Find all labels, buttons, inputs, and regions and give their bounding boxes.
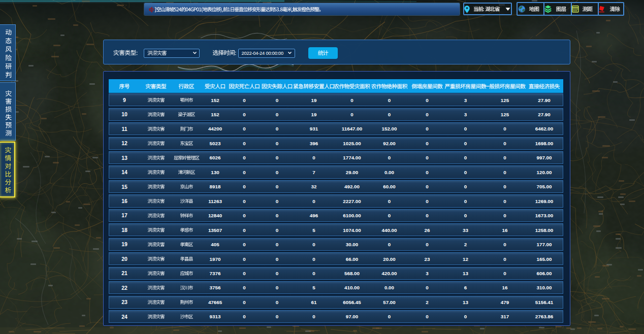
svg-text:8918: 8918: [210, 184, 221, 189]
svg-text:0: 0: [464, 314, 467, 319]
svg-text:3756: 3756: [210, 285, 221, 290]
svg-text:2: 2: [426, 299, 429, 305]
svg-text:9313: 9313: [210, 314, 221, 319]
svg-text:0: 0: [426, 213, 429, 218]
svg-text:165.00: 165.00: [537, 256, 553, 262]
svg-text:0.00: 0.00: [384, 170, 395, 175]
svg-text:0: 0: [388, 213, 391, 218]
svg-text:1673.00: 1673.00: [535, 213, 554, 218]
svg-text:2022-04-24 00:00:00: 2022-04-24 00:00:00: [242, 51, 284, 56]
svg-text:0: 0: [426, 285, 429, 290]
svg-text:496: 496: [310, 213, 318, 218]
svg-text:0: 0: [243, 285, 246, 290]
svg-text:0: 0: [503, 256, 506, 262]
svg-text:21: 21: [121, 270, 127, 276]
svg-text:57.00: 57.00: [383, 299, 396, 305]
svg-text:6056.45: 6056.45: [343, 299, 361, 305]
svg-text:396: 396: [310, 141, 318, 146]
svg-text:0: 0: [312, 155, 315, 160]
svg-text:125: 125: [501, 97, 509, 103]
svg-text:2763.86: 2763.86: [535, 314, 554, 319]
svg-text:19: 19: [311, 112, 317, 117]
svg-text:14: 14: [121, 169, 127, 175]
svg-text:13: 13: [463, 271, 468, 276]
svg-text:705.00: 705.00: [537, 184, 553, 189]
svg-text:0: 0: [426, 97, 429, 103]
svg-text:1074.00: 1074.00: [343, 227, 361, 233]
svg-text:997.00: 997.00: [537, 155, 553, 160]
svg-text:125: 125: [501, 112, 509, 117]
svg-text:0: 0: [312, 314, 315, 319]
svg-text:0: 0: [243, 314, 246, 319]
svg-text:16: 16: [502, 285, 508, 290]
svg-text:0: 0: [388, 112, 391, 117]
svg-text:0: 0: [426, 314, 429, 319]
svg-text:0: 0: [426, 141, 429, 146]
svg-text:5: 5: [312, 227, 315, 233]
svg-text:0: 0: [276, 126, 279, 131]
svg-text:7376: 7376: [210, 271, 221, 276]
svg-text:0: 0: [276, 184, 279, 189]
svg-text:317: 317: [501, 314, 509, 319]
svg-text:2227.00: 2227.00: [343, 198, 361, 204]
svg-text:5: 5: [312, 285, 315, 290]
svg-text:16: 16: [121, 198, 127, 204]
svg-text:3: 3: [464, 112, 467, 117]
svg-text:13507: 13507: [208, 227, 222, 233]
svg-text:0: 0: [276, 299, 279, 305]
svg-text:606.00: 606.00: [537, 271, 553, 276]
svg-text:0: 0: [312, 198, 315, 204]
svg-text:0: 0: [426, 170, 429, 175]
svg-text:0: 0: [388, 314, 391, 319]
svg-text:27.90: 27.90: [538, 97, 551, 103]
svg-text:0: 0: [243, 227, 246, 233]
svg-text:13: 13: [463, 299, 468, 305]
svg-text:6026: 6026: [210, 155, 221, 160]
svg-text:1970: 1970: [210, 256, 221, 262]
svg-text:11647.00: 11647.00: [342, 126, 363, 131]
svg-text:0: 0: [243, 198, 246, 204]
svg-text:66.00: 66.00: [346, 256, 359, 262]
svg-text:479: 479: [501, 299, 509, 305]
svg-text:0: 0: [388, 155, 391, 160]
svg-text:0: 0: [276, 285, 279, 290]
svg-text:16: 16: [502, 227, 508, 233]
svg-text:9: 9: [123, 97, 126, 103]
svg-text:0: 0: [243, 141, 246, 146]
svg-text:6: 6: [464, 285, 467, 290]
svg-text:1269.00: 1269.00: [535, 198, 554, 204]
svg-text:29.00: 29.00: [346, 170, 359, 175]
svg-text:0: 0: [503, 213, 506, 218]
svg-text:0: 0: [276, 314, 279, 319]
svg-text:5023: 5023: [210, 141, 221, 146]
svg-text:0: 0: [276, 213, 279, 218]
svg-text:20.00: 20.00: [383, 256, 396, 262]
svg-text:0: 0: [243, 271, 246, 276]
svg-text:0: 0: [312, 242, 315, 247]
svg-text:0: 0: [503, 155, 506, 160]
svg-text:0: 0: [276, 141, 279, 146]
svg-text:1025.00: 1025.00: [343, 141, 361, 146]
svg-text:10: 10: [121, 111, 127, 117]
svg-text:0: 0: [388, 97, 391, 103]
svg-text:2: 2: [464, 242, 467, 247]
svg-text:19: 19: [311, 97, 317, 103]
svg-text:0: 0: [464, 170, 467, 175]
svg-text:0: 0: [312, 271, 315, 276]
svg-text:152: 152: [211, 112, 219, 117]
svg-text:11: 11: [121, 126, 127, 132]
svg-text:30.00: 30.00: [346, 242, 359, 247]
svg-text:0: 0: [276, 155, 279, 160]
svg-text:0: 0: [243, 155, 246, 160]
svg-text:0: 0: [243, 126, 246, 131]
svg-text:152.00: 152.00: [382, 126, 398, 131]
svg-text:0: 0: [388, 198, 391, 204]
svg-text:0: 0: [426, 126, 429, 131]
svg-text:0: 0: [503, 184, 506, 189]
svg-text:420.00: 420.00: [382, 271, 398, 276]
svg-text:492.00: 492.00: [344, 184, 360, 189]
svg-text:17: 17: [121, 212, 127, 218]
svg-text:12840: 12840: [208, 213, 222, 218]
svg-text:0: 0: [276, 112, 279, 117]
svg-text:47665: 47665: [208, 299, 222, 305]
